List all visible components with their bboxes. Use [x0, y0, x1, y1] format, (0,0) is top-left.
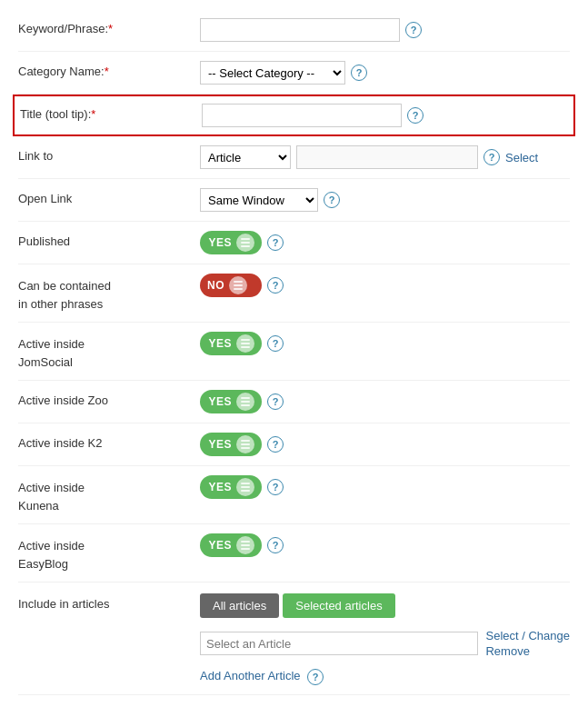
category-row: Category Name:* -- Select Category -- ? [18, 52, 570, 95]
keyword-controls: ? [200, 18, 570, 42]
link-input[interactable] [296, 145, 478, 169]
selected-articles-button[interactable]: Selected articles [283, 593, 394, 618]
keyword-label: Keyword/Phrase:* [18, 18, 200, 35]
open-link-help-icon[interactable]: ? [324, 192, 340, 208]
toggle-knob-no [229, 276, 247, 294]
kunena-controls: YES ? [200, 475, 570, 499]
toggle-knob-no-lines [234, 281, 243, 290]
open-link-select[interactable]: Same Window [200, 188, 318, 212]
category-select[interactable]: -- Select Category -- [200, 61, 345, 85]
contained-label: Can be contained in other phrases [18, 274, 200, 313]
kunena-label: Active inside Kunena [18, 475, 200, 514]
easyblog-row: Active inside EasyBlog YES ? [18, 524, 570, 583]
k2-row: Active inside K2 YES ? [18, 423, 570, 466]
include-controls: All articles Selected articles Select / … [200, 593, 570, 685]
title-label: Title (tool tip):* [20, 104, 202, 121]
category-label: Category Name:* [18, 61, 200, 78]
link-to-controls: Article ? Select [200, 145, 570, 169]
published-toggle[interactable]: YES [200, 231, 262, 254]
k2-label: Active inside K2 [18, 433, 200, 450]
jomsocial-row: Active inside JomSocial YES ? [18, 323, 570, 381]
jomsocial-toggle[interactable]: YES [200, 332, 262, 355]
title-input[interactable] [202, 104, 402, 127]
category-help-icon[interactable]: ? [351, 65, 367, 81]
keyword-input[interactable] [200, 18, 400, 42]
published-controls: YES ? [200, 231, 570, 254]
link-to-row: Link to Article ? Select [18, 136, 570, 179]
remove-link[interactable]: Remove [485, 644, 570, 658]
contained-toggle[interactable]: NO [200, 274, 262, 297]
jomsocial-label: Active inside JomSocial [18, 332, 200, 371]
contained-row: Can be contained in other phrases NO ? [18, 264, 570, 323]
article-input[interactable] [200, 632, 478, 655]
published-label: Published [18, 231, 200, 248]
contained-help-icon[interactable]: ? [267, 277, 284, 294]
title-row: Title (tool tip):* ? [13, 95, 575, 136]
category-controls: -- Select Category -- ? [200, 61, 570, 85]
open-link-row: Open Link Same Window ? [18, 179, 570, 222]
include-articles-row: Include in articles All articles Selecte… [18, 583, 570, 695]
kunena-toggle[interactable]: YES [200, 475, 262, 499]
zoo-help-icon[interactable]: ? [267, 393, 284, 410]
zoo-row: Active inside Zoo YES ? [18, 381, 570, 423]
include-label: Include in articles [18, 593, 200, 611]
article-actions: Select / Change Remove [485, 629, 570, 658]
add-another-article-link[interactable]: Add Another Article ? [200, 669, 570, 685]
contained-controls: NO ? [200, 274, 570, 297]
keyword-row: Keyword/Phrase:* ? [18, 9, 570, 52]
published-row: Published YES ? [18, 222, 570, 264]
published-help-icon[interactable]: ? [267, 234, 284, 251]
k2-controls: YES ? [200, 433, 570, 456]
open-link-controls: Same Window ? [200, 188, 570, 212]
kunena-help-icon[interactable]: ? [267, 479, 284, 495]
toggle-knob-lines [241, 238, 250, 247]
link-to-select[interactable]: Article [200, 145, 291, 169]
title-controls: ? [202, 104, 568, 127]
link-to-label: Link to [18, 145, 200, 163]
zoo-toggle[interactable]: YES [200, 390, 262, 413]
easyblog-help-icon[interactable]: ? [267, 537, 284, 553]
form-container: Keyword/Phrase:* ? Category Name:* -- Se… [0, 0, 588, 704]
add-another-help-icon[interactable]: ? [307, 669, 324, 685]
all-articles-button[interactable]: All articles [200, 593, 279, 618]
article-row: Select / Change Remove [200, 629, 570, 658]
easyblog-label: Active inside EasyBlog [18, 533, 200, 573]
k2-toggle[interactable]: YES [200, 433, 262, 456]
keyword-help-icon[interactable]: ? [405, 22, 422, 38]
title-help-icon[interactable]: ? [407, 107, 424, 124]
zoo-controls: YES ? [200, 390, 570, 413]
select-link[interactable]: Select [505, 151, 538, 164]
kunena-row: Active inside Kunena YES ? [18, 466, 570, 524]
jomsocial-controls: YES ? [200, 332, 570, 355]
k2-help-icon[interactable]: ? [267, 436, 284, 453]
link-to-help-icon[interactable]: ? [483, 149, 500, 165]
toggle-knob [236, 234, 254, 252]
easyblog-toggle[interactable]: YES [200, 533, 262, 557]
open-link-label: Open Link [18, 188, 200, 205]
easyblog-controls: YES ? [200, 533, 570, 557]
zoo-label: Active inside Zoo [18, 390, 200, 407]
article-btn-group: All articles Selected articles [200, 593, 570, 618]
jomsocial-help-icon[interactable]: ? [267, 335, 284, 352]
select-change-link[interactable]: Select / Change [485, 629, 570, 642]
